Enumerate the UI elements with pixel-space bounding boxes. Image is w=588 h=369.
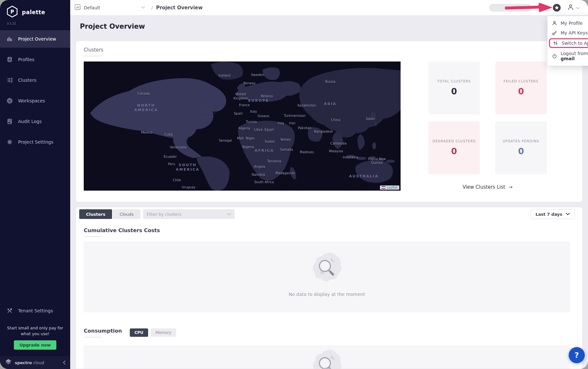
divider [84,56,101,56]
app-window: P palette 3.1.11 Project Overview Profil… [0,0,588,369]
user-menu-button[interactable] [567,4,580,12]
divider [84,236,101,237]
view-clusters-list-link[interactable]: View Clusters List → [463,184,513,190]
sidebar-nav: Project Overview Profiles Clusters Works… [0,30,70,154]
no-data-illustration-icon [310,348,344,369]
map-label: Papua New Guinea [368,157,386,165]
map-label: Canada [138,92,150,96]
tab-clusters[interactable]: Clusters [79,209,112,219]
sidebar-item-project-overview[interactable]: Project Overview [0,30,70,48]
menu-item-switch-to-app-mode[interactable]: Switch to App Mode [549,38,588,48]
map-label: Kazakhstan [298,104,316,108]
project-chart-icon [75,4,81,11]
stat-label: DEGRADED CLUSTERS [432,139,476,143]
sidebar-item-project-settings[interactable]: Project Settings [0,133,70,151]
brand-primary: spectro [15,360,32,365]
clusters-world-map[interactable]: NORTH AMERICAEUROPEASIAAFRICASOUTH AMERI… [84,61,401,191]
profiles-database-icon [6,56,13,63]
map-label: Belarus [261,94,273,99]
chat-icon[interactable] [538,4,546,11]
stat-degraded-clusters: DEGRADED CLUSTERS 0 [428,121,480,174]
menu-item-my-api-keys[interactable]: My API Keys [547,28,588,38]
map-attribution-text: Leaflet [387,186,398,189]
map-label: Bangladesh [314,130,333,134]
sidebar-item-label: Clusters [18,78,36,83]
costs-controls: Clusters Clouds Filter by clusters Last … [79,209,574,219]
whats-new-star-icon[interactable] [553,4,561,12]
sidebar-item-workspaces[interactable]: Workspaces [0,92,70,109]
logo[interactable]: P palette [6,5,64,19]
sidebar-item-profiles[interactable]: Profiles [0,51,70,68]
map-label: Sweden [251,73,264,77]
collapse-sidebar-icon[interactable] [62,360,66,365]
sidebar-item-audit-logs[interactable]: Audit Logs [0,113,70,130]
view-clusters-list-label: View Clusters List [463,184,505,190]
map-label: Egypt [264,128,274,132]
map-label: Cuba [165,133,173,137]
chevron-down-icon [141,6,145,9]
stat-label: UPDATES PENDING [503,139,539,143]
map-label: NORTH AMERICA [134,104,158,113]
brand-secondary: cloud [33,360,44,365]
sidebar-item-label: Audit Logs [18,119,42,124]
menu-item-logout[interactable]: Logout from cardenas88karl-gmail [547,49,588,63]
breadcrumb: Project Overview [156,5,203,11]
costs-heading-block: Cumulative Clusters Costs [84,227,160,237]
map-label: SOUTH AMERICA [176,163,200,172]
map-label: North Atlantic Ocean [199,107,216,119]
map-label: Iran [289,121,296,126]
map-label: China [331,118,340,122]
sidebar: P palette 3.1.11 Project Overview Profil… [0,0,70,369]
stat-total-clusters: TOTAL CLUSTERS 0 [428,61,480,114]
menu-item-label: My Profile [561,21,583,26]
map-label: Malaysia [329,149,343,154]
map-label: Nigeria [242,145,254,149]
audit-logs-icon [6,118,13,125]
map-label: Senegal [219,139,232,143]
costs-heading: Cumulative Clusters Costs [84,227,160,233]
tools-icon [6,308,13,314]
sidebar-item-clusters[interactable]: Clusters [0,71,70,89]
costs-card: Clusters Clouds Filter by clusters Last … [76,207,582,369]
map-label: Tanzania [267,159,281,163]
person-icon [552,21,557,26]
menu-item-my-profile[interactable]: My Profile [547,18,588,28]
tab-clouds[interactable]: Clouds [113,209,140,219]
map-label: Spain [234,112,243,116]
map-label: Turkmenistan [284,114,306,118]
gear-icon [6,139,13,145]
divider [84,337,101,337]
project-selector[interactable]: Default [75,4,145,11]
stat-label: TOTAL CLUSTERS [437,80,471,83]
toggle-memory[interactable]: Memory [151,328,176,337]
help-button[interactable]: ? [569,347,585,363]
cluster-stats: TOTAL CLUSTERS 0 FAILED CLUSTERS 0 DEGRA… [401,61,574,191]
toggle-cpu[interactable]: CPU [130,328,148,337]
upgrade-now-button[interactable]: Upgrade now [14,340,56,350]
brand-name: spectro cloud [15,360,44,365]
costs-empty-state: No data to display at the moment [84,241,570,312]
filter-by-clusters-select[interactable]: Filter by clusters [143,209,235,219]
sidebar-item-tenant-settings[interactable]: Tenant Settings [0,302,70,319]
clusters-card-title: Clusters [84,47,574,53]
map-label: Mali [237,137,243,141]
map-label: Greece [258,114,269,118]
stat-updates-pending: UPDATES PENDING 0 [495,121,547,174]
sidebar-item-label: Profiles [18,57,34,62]
consumption-heading: Consumption [84,328,122,334]
usage-badge[interactable]: 0/25kCh [489,4,532,12]
sidebar-header: P palette 3.1.11 [0,0,70,25]
usage-badge-text: 0/25kCh [513,5,528,10]
map-label: Namibia [251,173,265,177]
map-label: Chile [173,178,181,183]
map-label: Russia [325,80,335,84]
leaflet-flag-icon [382,186,385,189]
date-range-value: Last 7 days [536,212,562,217]
map-label: Algeria [239,126,250,130]
menu-item-label: Switch to App Mode [562,41,588,46]
map-label: Iceland [219,74,230,78]
map-label: Ecuador [164,155,177,159]
date-range-select[interactable]: Last 7 days [531,209,574,219]
map-label: Tunisia [246,120,257,124]
map-attribution[interactable]: Leaflet [380,185,399,190]
